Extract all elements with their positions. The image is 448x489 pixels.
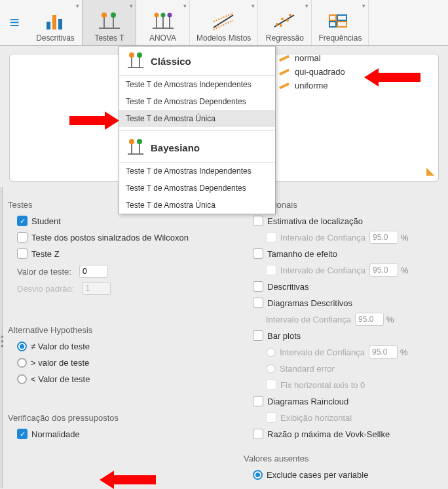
alt-lt-row[interactable]: < Valor de teste xyxy=(17,372,231,386)
drag-handle-icon[interactable]: ●●● xyxy=(1,334,4,348)
est-loc-row[interactable]: Estimativa de localização xyxy=(253,214,440,228)
radio-checked-icon xyxy=(253,470,263,480)
alt-ne-row[interactable]: ≠ Valor do teste xyxy=(17,339,231,353)
anova-icon xyxy=(150,11,176,32)
svg-point-32 xyxy=(137,52,142,58)
toolbar-descritivas[interactable]: ▾ Descritivas xyxy=(29,0,83,45)
dd-bayes-dep[interactable]: Teste T de Amostras Dependentes xyxy=(119,180,275,197)
submenu-uniforme[interactable]: uniforme xyxy=(279,79,345,92)
separator xyxy=(119,130,275,130)
std-err-row: Standard error xyxy=(266,361,440,376)
bayes-heading: Bayesiano xyxy=(119,133,275,163)
checkbox-icon xyxy=(253,281,263,292)
normalidade-row[interactable]: ✓Normalidade xyxy=(17,427,231,441)
toolbar-regressao[interactable]: ▾ Regressão xyxy=(258,0,312,45)
exclude-row[interactable]: Exclude cases per variable xyxy=(253,467,440,482)
ci-input xyxy=(355,313,384,326)
diag-ci-row: Intervalo de Confiança% xyxy=(266,312,440,326)
submenu-qui-quadrado[interactable]: qui-quadrado xyxy=(279,65,345,79)
dd-bayes-single[interactable]: Teste T de Amostra Única xyxy=(119,197,275,214)
bayes-icon xyxy=(126,138,145,157)
radio-icon xyxy=(17,358,27,368)
svg-rect-25 xyxy=(329,22,336,27)
checkbox-icon xyxy=(266,412,276,423)
vovk-row[interactable]: Razão p máxima de Vovk-Sellke xyxy=(253,427,440,441)
checkbox-icon xyxy=(253,396,263,406)
main-toolbar: ≡ ▾ Descritivas ▾ Testes T ▾ ANOVA ▾ Mod… xyxy=(0,0,448,46)
mistos-icon xyxy=(211,11,237,32)
checkbox-checked-icon: ✓ xyxy=(17,216,28,226)
valor-teste-field[interactable]: Valor de teste: xyxy=(17,265,231,278)
wilcoxon-row[interactable]: Teste dos postos sinalizados de Wilcoxon xyxy=(17,230,231,244)
radio-checked-icon xyxy=(17,342,27,351)
dd-classic-single[interactable]: Teste T de Amostra Única xyxy=(119,110,275,127)
svg-point-19 xyxy=(276,23,278,26)
checkbox-icon xyxy=(17,248,28,259)
svg-rect-26 xyxy=(337,15,346,20)
toolbar-frequencias[interactable]: ▾ Frequências xyxy=(312,0,369,45)
radio-icon xyxy=(266,347,276,357)
toolbar-modelos-mistos[interactable]: ▾ Modelos Mistos xyxy=(190,0,258,45)
exib-horiz-row: Exibição horizontal xyxy=(266,410,440,425)
valor-teste-input[interactable] xyxy=(79,265,108,278)
ci-input xyxy=(369,264,398,277)
svg-rect-0 xyxy=(47,22,50,29)
checkbox-icon xyxy=(253,429,263,439)
radio-icon xyxy=(266,364,276,374)
dd-bayes-indep[interactable]: Teste T de Amostras Independentes xyxy=(119,163,275,180)
annotation-arrow xyxy=(100,471,156,489)
toolbar-label: Testes T xyxy=(94,33,124,43)
dd-classic-dep[interactable]: Teste T de Amostras Dependentes xyxy=(119,93,275,110)
slash-icon xyxy=(279,82,289,88)
svg-rect-2 xyxy=(58,19,62,29)
toolbar-label: Descritivas xyxy=(36,33,75,43)
checkbox-checked-icon: ✓ xyxy=(17,429,28,439)
frequencias-icon xyxy=(327,11,353,32)
desvio-field: Desvio padrão: xyxy=(17,282,231,295)
raincloud-row[interactable]: Diagramas Raincloud xyxy=(253,394,440,408)
slash-icon xyxy=(279,54,289,61)
radio-icon xyxy=(17,374,27,384)
est-loc-ci-row: Intervalo de Confiança% xyxy=(266,230,440,244)
testez-row[interactable]: Teste Z xyxy=(17,246,231,261)
diag-desc-row[interactable]: Diagramas Descritivos xyxy=(253,296,440,310)
assumptions-heading: Verificação dos pressupostos xyxy=(8,413,231,423)
checkbox-icon xyxy=(253,298,263,308)
frequencias-submenu: normal qui-quadrado uniforme xyxy=(279,51,345,92)
svg-point-10 xyxy=(154,13,159,18)
svg-point-12 xyxy=(160,13,165,18)
ci-input xyxy=(369,231,398,244)
svg-rect-24 xyxy=(329,15,336,20)
toolbar-label: Regressão xyxy=(266,33,304,43)
tam-efeito-ci-row: Intervalo de Confiança% xyxy=(266,263,440,277)
tam-efeito-row[interactable]: Tamanho de efeito xyxy=(253,246,440,261)
svg-point-30 xyxy=(129,52,134,58)
dd-classic-indep[interactable]: Teste T de Amostras Independentes xyxy=(119,76,275,93)
alt-gt-row[interactable]: > valor de teste xyxy=(17,355,231,370)
missing-heading: Valores ausentes xyxy=(244,454,440,463)
checkbox-icon xyxy=(17,232,28,243)
checkbox-icon xyxy=(253,216,263,226)
checkbox-icon xyxy=(253,248,263,259)
student-row[interactable]: ✓Student xyxy=(17,214,231,228)
descritivas-row[interactable]: Descritivas xyxy=(253,279,440,294)
svg-point-20 xyxy=(280,24,282,27)
toolbar-testes-t[interactable]: ▾ Testes T xyxy=(83,0,136,45)
checkbox-icon xyxy=(253,330,263,341)
hamburger-icon[interactable]: ≡ xyxy=(0,0,29,45)
svg-point-7 xyxy=(111,12,116,18)
barplots-row[interactable]: Bar plots xyxy=(253,328,440,343)
svg-point-23 xyxy=(289,14,291,16)
svg-point-37 xyxy=(137,139,142,144)
toolbar-label: Modelos Mistos xyxy=(196,33,251,43)
toolbar-label: Frequências xyxy=(318,33,362,43)
toolbar-anova[interactable]: ▾ ANOVA xyxy=(136,0,190,45)
alt-hypothesis-heading: Alternative Hypothesis xyxy=(8,325,231,335)
svg-rect-1 xyxy=(52,15,56,29)
resize-icon[interactable]: ◣ xyxy=(426,165,434,177)
submenu-normal[interactable]: normal xyxy=(279,51,345,65)
svg-point-21 xyxy=(281,18,284,20)
classic-heading: Clássico xyxy=(119,47,275,76)
bar-ci-row: Intervalo de Confiança% xyxy=(266,345,440,359)
classic-icon xyxy=(126,52,145,70)
